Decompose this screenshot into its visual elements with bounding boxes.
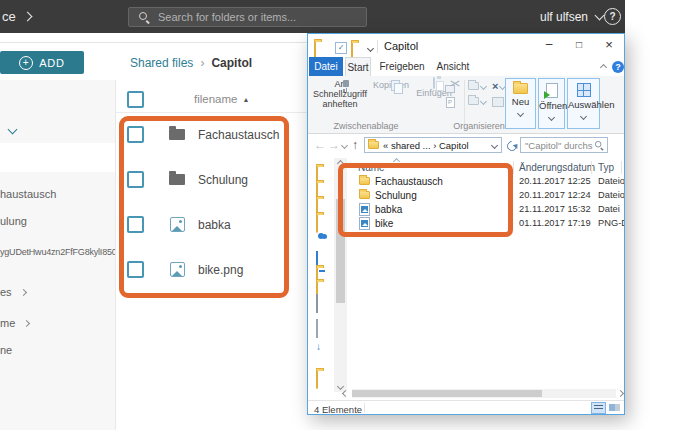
chevron-down-icon — [580, 113, 587, 120]
plus-circle-icon: + — [19, 56, 33, 70]
close-button[interactable]: × — [596, 34, 622, 54]
minimize-button[interactable]: – — [536, 34, 562, 54]
up-button[interactable]: ↑ — [352, 138, 358, 152]
tab-start[interactable]: Start — [345, 57, 371, 76]
app-header: ce Search for folders or items... ulf ul… — [0, 0, 625, 33]
chevron-down-icon — [480, 82, 487, 89]
back-button[interactable]: ← — [314, 138, 326, 152]
breadcrumb-current: Capitol — [211, 56, 252, 70]
thumbnail-view-button[interactable] — [608, 402, 623, 414]
history-dropdown-icon[interactable] — [341, 142, 348, 149]
select-grid-icon — [577, 83, 591, 97]
new-label: Neu — [506, 96, 535, 107]
nav-folder-icon[interactable] — [316, 215, 318, 233]
sidebar-item-label: haustausch — [0, 188, 56, 200]
rename-button[interactable] — [492, 97, 504, 107]
column-header-type[interactable]: Typ — [598, 162, 614, 173]
workspace-breadcrumb[interactable]: ce — [2, 9, 31, 24]
select-all-checkbox[interactable] — [127, 91, 144, 108]
copy-button[interactable]: Kopieren — [370, 80, 412, 90]
sidebar-item-ne[interactable]: ne — [0, 344, 115, 356]
select-button[interactable]: Auswählen — [567, 78, 600, 129]
sidebar-item-label: me — [0, 317, 15, 329]
tab-freigeben[interactable]: Freigeben — [380, 57, 424, 76]
sidebar-item-label: ygUDetHwu4zn2FfFG8kylI850 — [0, 247, 115, 257]
sidebar-item-me[interactable]: me — [0, 317, 115, 329]
chevron-down-icon — [548, 114, 555, 121]
clipboard-group-label: Zwischenablage — [322, 121, 410, 131]
address-dropdown-icon[interactable] — [491, 141, 498, 148]
annotation-rectangle-explorer — [338, 163, 513, 237]
copy-to-icon — [468, 97, 479, 105]
search-icon — [594, 140, 604, 150]
window-title: Capitol — [384, 40, 418, 52]
tab-datei[interactable]: Datei — [309, 57, 343, 76]
sidebar-active-item[interactable] — [0, 143, 115, 172]
column-header-filename[interactable]: filename — [194, 93, 237, 105]
paste-shortcut-icon[interactable]: P — [446, 97, 455, 108]
sidebar-item-label: ulung — [0, 215, 27, 227]
sidebar-item-fachaustausch[interactable]: haustausch — [0, 188, 115, 200]
global-search-input[interactable]: Search for folders or items... — [128, 7, 367, 27]
file-type: Dateiordner — [598, 176, 624, 186]
sidebar-item-hash[interactable]: ygUDetHwu4zn2FfFG8kylI850 — [0, 247, 115, 257]
explorer-help-button[interactable]: ? — [612, 61, 624, 73]
rename-icon — [492, 97, 504, 107]
move-to-icon — [468, 82, 479, 90]
paste-icon — [433, 77, 435, 89]
help-button[interactable]: ? — [604, 8, 621, 25]
pin-to-quick-access-button[interactable]: An Schnellzugriff anheften — [310, 79, 370, 109]
nav-folder-icon[interactable] — [316, 371, 318, 389]
address-path: « shared ... › Capitol — [383, 140, 469, 151]
column-header-modified[interactable]: Änderungsdatum — [519, 162, 595, 173]
move-to-button[interactable] — [468, 82, 486, 90]
file-modified: 01.11.2017 17:19 — [519, 218, 598, 228]
forward-button[interactable]: → — [328, 138, 340, 152]
file-type: Datei — [598, 204, 624, 214]
add-button-label: ADD — [39, 57, 65, 69]
details-view-button[interactable] — [591, 402, 606, 414]
downloads-icon[interactable]: ↓ — [316, 336, 321, 354]
horizontal-scrollbar-thumb[interactable] — [352, 390, 542, 397]
scroll-right-icon[interactable] — [617, 390, 624, 397]
quick-access-properties-icon[interactable]: ✓ — [335, 42, 347, 54]
pin-label-line1: An Schnellzugriff — [310, 79, 370, 99]
maximize-button[interactable]: □ — [566, 34, 592, 54]
select-label: Auswählen — [568, 99, 599, 110]
drive-icon[interactable] — [316, 295, 318, 313]
chevron-down-icon — [517, 110, 524, 117]
chevron-down-icon — [480, 97, 487, 104]
column-separator[interactable] — [621, 161, 622, 174]
user-menu[interactable]: ulf ulfsen — [540, 0, 603, 33]
new-folder-icon — [513, 83, 528, 94]
column-separator[interactable] — [513, 161, 514, 174]
copy-to-button[interactable] — [468, 97, 486, 105]
tab-ansicht[interactable]: Ansicht — [434, 57, 472, 76]
refresh-icon[interactable] — [505, 139, 519, 153]
titlebar-separator — [377, 40, 378, 53]
sidebar-item-es[interactable]: es — [0, 286, 115, 298]
delete-button[interactable]: × — [492, 81, 505, 91]
breadcrumb-parent-link[interactable]: Shared files — [130, 56, 193, 70]
organize-group-label: Organisieren — [449, 121, 509, 131]
add-button[interactable]: + ADD — [0, 51, 84, 74]
horizontal-scrollbar[interactable] — [352, 389, 616, 398]
status-separator — [364, 403, 365, 413]
breadcrumb-fragment-label: ce — [2, 9, 16, 24]
address-input[interactable]: « shared ... › Capitol — [364, 137, 502, 153]
collapse-ribbon-icon[interactable] — [600, 64, 607, 71]
sidebar-item-schulung[interactable]: ulung — [0, 215, 115, 227]
column-separator[interactable] — [591, 161, 592, 174]
open-button[interactable]: Öffnen — [538, 78, 565, 129]
new-button[interactable]: Neu — [505, 78, 536, 129]
sidebar-expand-icon[interactable] — [8, 125, 18, 135]
quick-access-customize-icon[interactable] — [367, 45, 374, 52]
explorer-search-input[interactable]: "Capitol" durchs... — [520, 137, 608, 153]
search-placeholder: Search for folders or items... — [158, 11, 296, 23]
sort-ascending-icon[interactable]: ▲ — [242, 96, 249, 103]
ribbon: An Schnellzugriff anheften Kopieren Einf… — [308, 76, 624, 134]
scroll-left-icon[interactable] — [342, 390, 349, 397]
file-type: PNG-Datei — [598, 218, 624, 228]
breadcrumb-separator: › — [200, 56, 204, 70]
sidebar-item-label: es — [0, 286, 12, 298]
